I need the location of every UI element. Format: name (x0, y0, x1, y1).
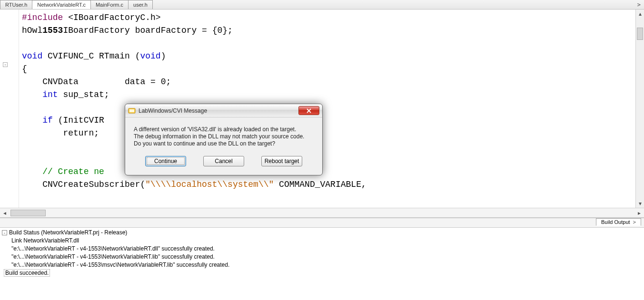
build-output-text: "e:\...\NetworkVariableRT - v4-1553\msvc… (11, 261, 229, 268)
scroll-thumb[interactable] (10, 210, 46, 216)
code-text (22, 116, 42, 125)
tab-user-h[interactable]: user.h (128, 0, 153, 9)
tabs-controls: > (636, 0, 644, 9)
build-output-text: "e:\...\NetworkVariableRT - v4-1553\Netw… (11, 253, 215, 260)
scroll-right-icon[interactable]: ▸ (634, 208, 644, 217)
tab-rtuser-h[interactable]: RTUser.h (0, 0, 32, 9)
code-brace: { (22, 64, 27, 74)
keyword-int: int (42, 90, 58, 99)
code-text: COMMAND_VARIABLE, (274, 180, 366, 189)
scroll-up-icon[interactable]: ▴ (636, 10, 644, 18)
close-button[interactable] (298, 106, 319, 115)
code-text: IBoardFactory boardFactory = { (63, 26, 217, 35)
build-output-text: Link NetworkVariableRT.dll (11, 237, 79, 244)
build-output-text: "e:\...\NetworkVariableRT - v4-1553\Netw… (11, 245, 215, 252)
tab-label: user.h (133, 2, 148, 8)
code-text: CVIFUNC_C RTmain ( (42, 51, 140, 61)
include-file: <IBoardFactoryC.h> (68, 13, 160, 22)
keyword-if: if (42, 116, 53, 125)
output-tabs-row: Build Output > (0, 218, 644, 228)
cancel-button[interactable]: Cancel (203, 156, 244, 166)
vertical-scrollbar[interactable]: ▴ ▾ (635, 10, 644, 208)
close-icon (307, 108, 311, 113)
code-text (22, 167, 42, 176)
dialog-titlebar[interactable]: LabWindows/CVI Message (125, 104, 322, 117)
output-overflow-chevron-icon[interactable]: > (633, 219, 636, 225)
tab-label: RTUser.h (5, 2, 27, 8)
code-comment: // Create ne (42, 167, 104, 176)
dialog-title-text: LabWindows/CVI Message (139, 107, 298, 114)
code-text: CNVCreateSubscriber( (22, 180, 145, 189)
code-text: CNVData data = (22, 77, 161, 87)
code-text: hOwl (22, 26, 42, 35)
app-icon (128, 107, 136, 115)
tab-networkvariablert-c[interactable]: NetworkVariableRT.c (32, 0, 91, 9)
dialog-body: A different version of 'VISA32.dll' is a… (125, 117, 322, 152)
build-output-line: "e:\...\NetworkVariableRT - v4-1553\Netw… (2, 245, 642, 253)
build-output-panel: Build Output > -Build Status (NetworkVar… (0, 217, 644, 298)
code-text: ; (166, 77, 171, 87)
tab-label: MainForm.c (96, 2, 123, 8)
scroll-down-icon[interactable]: ▾ (636, 199, 644, 208)
code-string: "\\\\localhost\\system\\" (145, 180, 274, 189)
preproc-keyword: #include (22, 13, 68, 22)
file-tabs-bar: RTUser.h NetworkVariableRT.c MainForm.c … (0, 0, 644, 10)
code-text: sup_stat; (58, 90, 109, 99)
tabs-overflow-chevron-icon[interactable]: > (636, 1, 642, 8)
dialog-message-line: A different version of 'VISA32.dll' is a… (134, 126, 314, 133)
code-text: 1553 (42, 26, 63, 35)
code-text: return; (22, 128, 119, 138)
message-dialog: LabWindows/CVI Message A different versi… (125, 104, 323, 175)
tab-label: NetworkVariableRT.c (37, 2, 86, 8)
scroll-thumb[interactable] (637, 28, 643, 40)
scroll-track[interactable] (47, 208, 634, 217)
reboot-target-button[interactable]: Reboot target (261, 156, 302, 166)
code-text: }; (222, 26, 233, 35)
build-output-line: "e:\...\NetworkVariableRT - v4-1553\Netw… (2, 253, 642, 261)
build-output-tab[interactable]: Build Output > (596, 218, 641, 226)
tab-mainform-c[interactable]: MainForm.c (90, 0, 129, 9)
horizontal-scrollbar[interactable]: ◂ ▸ (0, 208, 644, 217)
dialog-message-line: Do you want to continue and use the DLL … (134, 140, 314, 147)
code-number: 0 (161, 77, 166, 87)
keyword-void: void (22, 51, 42, 61)
code-text: (InitCVIR (53, 116, 104, 125)
build-result-text: Build succeeded. (4, 269, 50, 277)
editor-gutter: - (0, 10, 19, 208)
tree-collapse-icon[interactable]: - (2, 230, 7, 235)
build-output-line: "e:\...\NetworkVariableRT - v4-1553\msvc… (2, 261, 642, 269)
build-status-text: Build Status (NetworkVariableRT.prj - Re… (9, 229, 127, 236)
dialog-message-line: The debug information in the DLL may not… (134, 133, 314, 140)
code-number: 0 (218, 26, 223, 35)
keyword-void: void (140, 51, 160, 61)
build-output-body[interactable]: -Build Status (NetworkVariableRT.prj - R… (0, 228, 644, 298)
dialog-button-row: Continue Cancel Reboot target (125, 152, 322, 175)
build-result-line: Build succeeded. (2, 269, 642, 277)
code-text (22, 90, 42, 99)
scroll-left-icon[interactable]: ◂ (0, 208, 10, 217)
code-text: ) (161, 51, 166, 61)
output-tab-label: Build Output (601, 219, 630, 225)
build-status-root: -Build Status (NetworkVariableRT.prj - R… (2, 229, 642, 237)
svg-rect-1 (129, 109, 134, 112)
build-output-line: Link NetworkVariableRT.dll (2, 237, 642, 245)
fold-toggle-icon[interactable]: - (3, 62, 8, 67)
continue-button[interactable]: Continue (145, 156, 186, 166)
code-area[interactable]: #include <IBoardFactoryC.h> hOwl1553IBoa… (19, 10, 635, 208)
